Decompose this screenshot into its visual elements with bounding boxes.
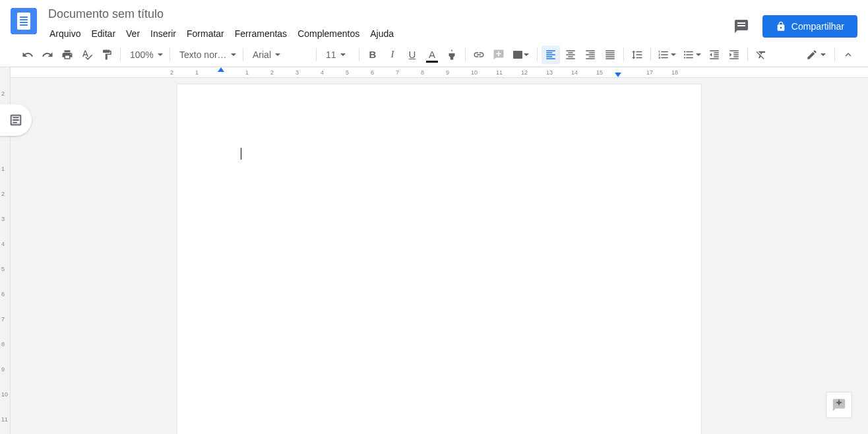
zoom-value: 100% [130,49,154,60]
line-spacing-icon [631,49,643,61]
ruler-tick: 10 [1,391,8,398]
text-cursor [241,148,241,160]
text-color-button[interactable]: A [423,46,441,64]
ruler-tick: 3 [1,216,5,222]
align-left-button[interactable] [542,46,560,64]
ruler-tick: 1 [1,166,5,172]
ruler-tick: 14 [571,69,578,76]
docs-logo-icon[interactable] [11,8,37,34]
underline-icon: U [409,49,416,60]
ruler-tick: 9 [446,69,449,76]
explore-icon [832,398,846,412]
ruler-tick: 7 [396,69,399,76]
ruler-right-marker[interactable] [615,73,621,77]
increase-indent-button[interactable] [725,46,743,64]
separator [120,48,121,61]
align-center-button[interactable] [561,46,580,64]
numbered-list-button[interactable] [655,46,679,64]
ruler-tick: 13 [546,69,553,76]
ruler-tick: 2 [270,69,274,76]
add-comment-button[interactable] [489,46,508,64]
ruler-tick: 5 [346,69,349,76]
ruler-tick: 7 [1,316,5,323]
ruler-tick: 2 [1,90,5,97]
chevron-up-icon [842,49,854,61]
bulleted-list-button[interactable] [680,46,704,64]
align-justify-icon [604,49,616,61]
ruler-tick: 5 [1,266,5,272]
menu-insert[interactable]: Inserir [146,26,181,42]
paint-roller-icon [101,49,113,61]
menu-file[interactable]: Arquivo [45,26,85,42]
font-family-select[interactable]: Arial [247,46,312,64]
ruler-tick: 1 [245,69,249,76]
page[interactable] [177,84,701,434]
document-title[interactable]: Documento sem título [45,5,167,23]
insert-link-button[interactable] [470,46,488,64]
line-spacing-button[interactable] [628,46,646,64]
undo-button[interactable] [18,46,37,64]
insert-image-button[interactable] [509,46,533,64]
underline-button[interactable]: U [403,46,421,64]
ruler-tick: 17 [646,69,653,76]
font-size-value: 11 [326,49,336,60]
share-button[interactable]: Compartilhar [762,15,857,38]
toolbar: 100% Texto norm... Arial 11 B I U A [0,42,868,67]
align-right-button[interactable] [581,46,600,64]
horizontal-ruler[interactable]: 2 1 1 2 3 4 5 6 7 8 9 10 11 12 13 14 15 … [11,67,868,78]
explore-button[interactable] [826,392,852,418]
clear-formatting-button[interactable] [752,46,770,64]
redo-button[interactable] [38,46,57,64]
italic-button[interactable]: I [383,46,402,64]
align-justify-button[interactable] [601,46,619,64]
print-icon [61,49,73,61]
separator [465,48,466,61]
highlight-color-button[interactable] [443,46,461,64]
collapse-toolbar-button[interactable] [839,46,857,64]
ruler-tick: 15 [596,69,603,76]
ruler-tick: 6 [1,291,5,297]
paint-format-button[interactable] [98,46,116,64]
indent-decrease-icon [708,49,720,61]
workspace: 2 1 1 2 3 4 5 6 7 8 9 10 11 12 13 14 15 … [0,67,868,434]
image-icon [513,51,522,59]
menu-format[interactable]: Formatar [182,26,229,42]
separator [623,48,624,61]
dropdown-arrow-icon [671,53,676,56]
spellcheck-button[interactable] [78,46,96,64]
italic-icon: I [391,49,394,60]
spellcheck-icon [81,49,93,61]
menu-help[interactable]: Ajuda [365,26,398,42]
menu-edit[interactable]: Editar [86,26,120,42]
paragraph-style-select[interactable]: Texto norm... [174,46,239,64]
ruler-tick: 11 [1,416,8,423]
align-left-icon [545,49,557,61]
clear-format-icon [755,49,767,61]
bold-button[interactable]: B [363,46,382,64]
ruler-tick: 12 [521,69,528,76]
menu-addons[interactable]: Complementos [293,26,364,42]
undo-icon [22,49,34,61]
separator [316,48,317,61]
app-header: Documento sem título Arquivo Editar Ver … [0,0,868,42]
link-icon [473,49,485,61]
document-outline-button[interactable] [0,104,32,136]
menu-view[interactable]: Ver [121,26,144,42]
zoom-select[interactable]: 100% [125,46,166,64]
redo-icon [42,49,53,61]
ruler-indent-marker[interactable] [218,67,224,72]
print-button[interactable] [58,46,77,64]
font-size-select[interactable]: 11 [321,46,355,64]
separator [243,48,243,61]
header-actions: Compartilhar [728,13,857,40]
document-canvas[interactable] [11,67,868,434]
comments-button[interactable] [728,13,755,40]
ruler-tick: 4 [321,69,324,76]
editing-mode-button[interactable] [801,46,830,64]
dropdown-arrow-icon [158,53,163,56]
menu-tools[interactable]: Ferramentas [230,26,292,42]
dropdown-arrow-icon [231,53,236,56]
decrease-indent-button[interactable] [705,46,724,64]
align-center-icon [565,49,576,61]
ruler-tick: 8 [1,341,5,348]
